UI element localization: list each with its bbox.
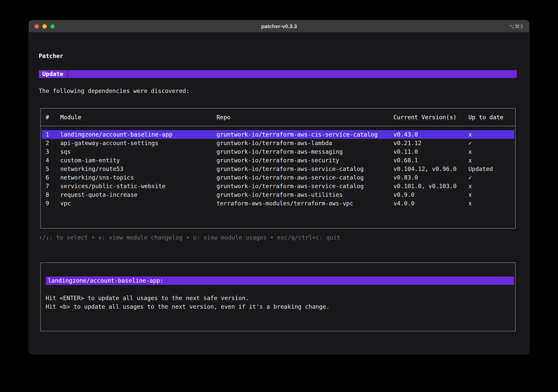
row-status: ✓ [468, 139, 472, 147]
table-row[interactable]: 2 api-gateway-account-settings gruntwork… [42, 139, 514, 147]
detail-hint-breaking: Hit <b> to update all usages to the next… [46, 303, 330, 310]
row-num: 7 [46, 182, 49, 190]
row-status: x [468, 147, 472, 156]
row-num: 5 [46, 165, 49, 173]
dependency-table: # Module Repo Current Version(s) Up to d… [41, 108, 515, 228]
row-num: 1 [46, 130, 49, 139]
row-repo: gruntwork-io/terraform-aws-lambda [216, 139, 332, 147]
row-version: v0.104.12, v0.96.0 [393, 165, 456, 173]
window-title: patcher-v0.3.3 [261, 23, 297, 29]
detail-hint-enter: Hit <ENTER> to update all usages to the … [46, 295, 249, 301]
traffic-lights [34, 20, 55, 32]
row-repo: gruntwork-io/terraform-aws-service-catal… [216, 165, 364, 173]
close-button[interactable] [34, 24, 39, 29]
header-status: Up to date [468, 113, 503, 122]
row-version: v0.101.0, v0.103.0 [393, 182, 456, 190]
row-version: v0.83.0 [393, 173, 418, 182]
row-module: landingzone/account-baseline-app [60, 130, 172, 139]
window-shortcut-indicator: ⌥⌘3 [509, 23, 523, 29]
row-status: Updated [468, 165, 493, 173]
tab-update[interactable]: Update [39, 70, 67, 78]
row-module: networking/route53 [60, 165, 123, 173]
row-repo: gruntwork-io/terraform-aws-security [216, 156, 339, 165]
row-status: ✓ [468, 173, 472, 182]
row-version: v0.43.0 [393, 130, 418, 139]
detail-panel: landingzone/account-baseline-app: Hit <E… [41, 263, 515, 331]
detail-selected-module: landingzone/account-baseline-app: [46, 277, 514, 285]
row-num: 9 [46, 199, 49, 208]
minimize-button[interactable] [42, 24, 47, 29]
row-version: v0.21.12 [393, 139, 422, 147]
row-repo: terraform-aws-modules/terraform-aws-vpc [216, 199, 353, 208]
row-module: api-gateway-account-settings [60, 139, 158, 147]
row-num: 2 [46, 139, 49, 147]
row-num: 4 [46, 156, 49, 165]
help-bar: ↑/↓: to select • v: view module changelo… [39, 234, 340, 241]
row-num: 6 [46, 173, 49, 182]
row-status: x [468, 182, 472, 190]
row-status: x [468, 199, 472, 208]
table-body: 1 landingzone/account-baseline-app grunt… [41, 130, 515, 208]
header-repo: Repo [216, 113, 230, 122]
row-repo: gruntwork-io/terraform-aws-service-catal… [216, 182, 364, 190]
tab-bar-fill [69, 70, 517, 78]
row-repo: gruntwork-io/terraform-aws-messaging [216, 147, 343, 156]
table-row[interactable]: 8 request-quota-increase gruntwork-io/te… [42, 190, 514, 199]
row-num: 8 [46, 190, 49, 199]
row-repo: gruntwork-io/terraform-aws-cis-service-c… [216, 130, 378, 139]
row-status: x [468, 156, 472, 165]
row-status: x [468, 190, 472, 199]
row-repo: gruntwork-io/terraform-aws-utilities [216, 190, 343, 199]
header-num: # [46, 113, 49, 122]
window-titlebar: patcher-v0.3.3 ⌥⌘3 [29, 20, 529, 32]
row-module: vpc [60, 199, 71, 208]
zoom-button[interactable] [50, 24, 55, 29]
table-row[interactable]: 7 services/public-static-website gruntwo… [42, 182, 514, 190]
row-module: custom-iam-entity [60, 156, 120, 165]
table-row[interactable]: 3 sqs gruntwork-io/terraform-aws-messagi… [42, 147, 514, 156]
table-row[interactable]: 4 custom-iam-entity gruntwork-io/terrafo… [42, 156, 514, 165]
header-version: Current Version(s) [393, 113, 456, 122]
row-num: 3 [46, 147, 49, 156]
row-status: x [468, 130, 472, 139]
row-repo: gruntwork-io/terraform-aws-service-catal… [216, 173, 364, 182]
table-header-row: # Module Repo Current Version(s) Up to d… [42, 113, 514, 122]
row-module: request-quota-increase [60, 190, 137, 199]
table-row[interactable]: 6 networking/sns-topics gruntwork-io/ter… [42, 173, 514, 182]
table-row[interactable]: 1 landingzone/account-baseline-app grunt… [42, 130, 514, 139]
row-version: v4.0.0 [393, 199, 414, 208]
tab-bar: Update [39, 70, 517, 78]
table-header-separator [41, 126, 515, 126]
table-row[interactable]: 9 vpc terraform-aws-modules/terraform-aw… [42, 199, 514, 208]
tab-separator [67, 70, 69, 78]
header-module: Module [60, 113, 81, 122]
table-row[interactable]: 5 networking/route53 gruntwork-io/terraf… [42, 165, 514, 173]
app-title: Patcher [39, 53, 63, 59]
intro-text: The following dependencies were discover… [39, 88, 189, 94]
row-module: networking/sns-topics [60, 173, 134, 182]
row-version: v0.9.0 [393, 190, 414, 199]
terminal-content: Patcher Update The following dependencie… [29, 32, 529, 354]
row-version: v0.68.1 [393, 156, 418, 165]
row-version: v0.11.0 [393, 147, 418, 156]
terminal-window: patcher-v0.3.3 ⌥⌘3 Patcher Update The fo… [29, 20, 529, 354]
row-module: services/public-static-website [60, 182, 165, 190]
row-module: sqs [60, 147, 71, 156]
